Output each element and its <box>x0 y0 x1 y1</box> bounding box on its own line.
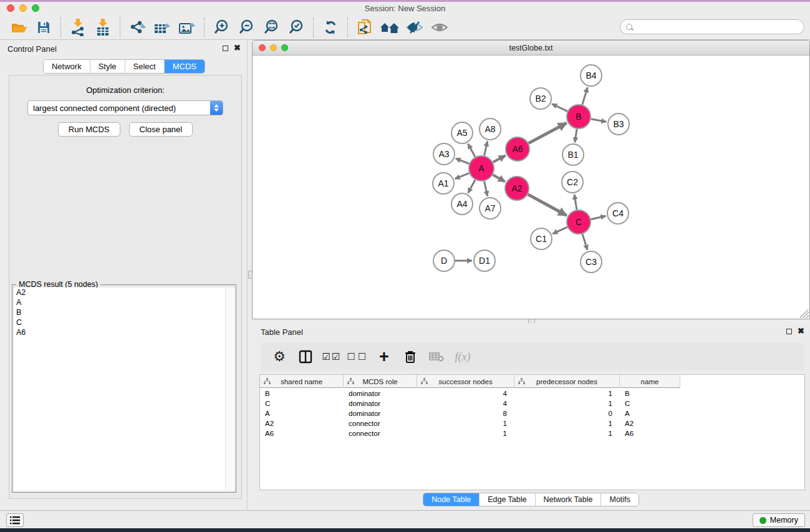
zoom-out-icon[interactable] <box>234 16 259 39</box>
table-cell[interactable]: 8 <box>417 410 514 417</box>
graph-edge-A-A8[interactable] <box>485 142 488 156</box>
task-history-button[interactable] <box>6 513 24 527</box>
graph-edge-A-A2[interactable] <box>493 175 505 181</box>
tab-mcds[interactable]: MCDS <box>164 60 205 73</box>
table-cell[interactable]: connector <box>344 430 417 437</box>
network-canvas[interactable]: AA1A2A3A4A5A6A7A8BB1B2B3B4CC1C2C3C4DD1 <box>253 56 809 319</box>
panel-splitter[interactable] <box>247 40 248 510</box>
graph-edge-C-C4[interactable] <box>591 216 606 219</box>
tab-style[interactable]: Style <box>90 60 125 73</box>
table-cell[interactable]: B <box>620 390 680 397</box>
deselect-all-columns-icon[interactable]: ☐☐ <box>349 347 367 366</box>
table-cell[interactable]: 1 <box>417 430 514 437</box>
import-table-icon[interactable] <box>90 16 115 39</box>
table-cell[interactable]: A <box>260 410 344 417</box>
tab-select[interactable]: Select <box>125 60 164 73</box>
graph-edge-A-A5[interactable] <box>468 144 475 157</box>
memory-button[interactable]: Memory <box>753 513 805 527</box>
graph-edge-A-A1[interactable] <box>455 173 470 179</box>
table-cell[interactable]: 1 <box>514 420 620 427</box>
close-table-panel-icon[interactable]: ✖ <box>798 328 804 334</box>
table-cell[interactable]: A6 <box>260 430 344 437</box>
network-maximize-button[interactable] <box>281 44 288 51</box>
open-session-icon[interactable] <box>6 16 31 39</box>
network-close-button[interactable] <box>259 44 266 51</box>
graph-edge-C-C3[interactable] <box>582 234 587 250</box>
table-settings-icon[interactable]: ⚙ <box>271 347 288 366</box>
table-cell[interactable]: 1 <box>514 390 620 397</box>
graph-edge-A-A7[interactable] <box>484 181 487 196</box>
graph-edge-B-B1[interactable] <box>575 129 577 142</box>
table-cell[interactable]: 1 <box>417 420 514 427</box>
table-cell[interactable]: A6 <box>620 430 680 437</box>
hide-selected-icon[interactable] <box>402 16 427 39</box>
show-columns-icon[interactable] <box>297 347 314 366</box>
table-row[interactable]: A6connector11A6 <box>260 428 804 438</box>
table-cell[interactable]: A2 <box>620 420 680 427</box>
export-image-icon[interactable] <box>175 16 200 39</box>
graph-edge-C-C2[interactable] <box>574 195 577 210</box>
table-cell[interactable]: C <box>260 400 344 407</box>
tab-motifs[interactable]: Motifs <box>600 493 638 506</box>
criterion-dropdown[interactable]: largest connected component (directed) <box>27 100 223 115</box>
import-network-icon[interactable] <box>65 16 90 39</box>
mcds-result-item[interactable]: B <box>14 307 225 317</box>
column-header-name[interactable]: name <box>620 375 680 388</box>
network-minimize-button[interactable] <box>270 44 277 51</box>
table-cell[interactable]: C <box>620 400 680 407</box>
show-all-icon[interactable] <box>427 16 452 39</box>
tab-edge-table[interactable]: Edge Table <box>479 493 534 506</box>
graph-edge-A-A6[interactable] <box>493 155 506 162</box>
float-panel-icon[interactable] <box>223 46 228 51</box>
export-network-icon[interactable] <box>125 16 150 39</box>
column-header-shared-name[interactable]: shared name <box>260 375 344 388</box>
tab-network[interactable]: Network <box>44 60 90 73</box>
close-window-button[interactable] <box>7 4 14 12</box>
mcds-result-item[interactable]: C <box>14 317 225 327</box>
table-cell[interactable]: connector <box>344 420 417 427</box>
mcds-result-item[interactable]: A2 <box>14 288 225 297</box>
mcds-result-item[interactable]: A6 <box>14 327 225 337</box>
first-neighbors-icon[interactable] <box>377 16 402 39</box>
table-cell[interactable]: 4 <box>417 400 514 407</box>
tab-node-table[interactable]: Node Table <box>423 493 479 506</box>
table-cell[interactable]: 0 <box>514 410 620 417</box>
minimize-window-button[interactable] <box>19 4 27 12</box>
maximize-window-button[interactable] <box>32 4 39 12</box>
select-all-columns-icon[interactable]: ☑☑ <box>323 347 340 366</box>
table-cell[interactable]: dominator <box>344 410 417 417</box>
graph-edge-A-A3[interactable] <box>456 158 470 163</box>
table-cell[interactable]: 1 <box>514 430 620 437</box>
save-session-icon[interactable] <box>31 16 56 39</box>
close-panel-icon[interactable]: ✖ <box>234 45 241 51</box>
column-header-predecessor-nodes[interactable]: predecessor nodes <box>514 375 620 388</box>
mcds-result-item[interactable]: A <box>14 297 225 307</box>
delete-column-icon[interactable] <box>402 347 419 366</box>
graph-edge-A-A4[interactable] <box>468 180 475 193</box>
window-resize-grip[interactable] <box>800 309 809 318</box>
clone-network-icon[interactable] <box>352 16 377 39</box>
table-cell[interactable]: A <box>620 410 680 417</box>
graph-edge-A6-B[interactable] <box>529 123 567 143</box>
table-row[interactable]: Adominator80A <box>260 409 804 418</box>
search-input[interactable] <box>634 21 804 32</box>
zoom-selected-icon[interactable] <box>284 16 309 39</box>
table-cell[interactable]: dominator <box>344 390 417 397</box>
column-header-successor-nodes[interactable]: successor nodes <box>417 375 514 388</box>
table-cell[interactable]: B <box>260 390 344 397</box>
zoom-in-icon[interactable] <box>209 16 234 39</box>
table-cell[interactable]: A2 <box>260 420 344 427</box>
graph-edge-B-B4[interactable] <box>582 87 587 105</box>
table-row[interactable]: Cdominator41C <box>260 399 804 409</box>
table-row[interactable]: Bdominator41B <box>260 389 804 399</box>
graph-edge-B-B2[interactable] <box>552 104 567 112</box>
run-mcds-button[interactable]: Run MCDS <box>58 122 120 137</box>
graph-edge-C-C1[interactable] <box>552 227 567 234</box>
tab-network-table[interactable]: Network Table <box>535 493 601 506</box>
table-cell[interactable]: dominator <box>344 400 417 407</box>
table-row[interactable]: A2connector11A2 <box>260 418 804 428</box>
float-table-panel-icon[interactable] <box>786 329 792 334</box>
refresh-icon[interactable] <box>318 16 343 39</box>
create-column-icon[interactable]: + <box>375 347 393 366</box>
table-cell[interactable]: 1 <box>514 400 620 407</box>
